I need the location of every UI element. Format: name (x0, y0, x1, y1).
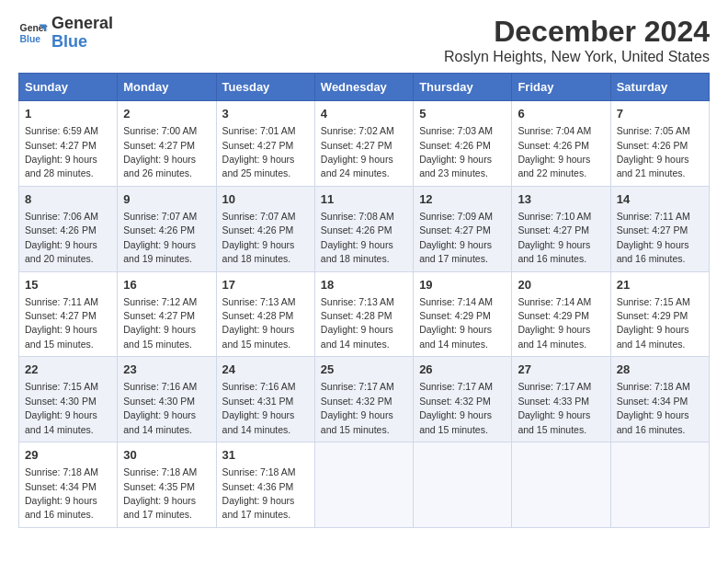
calendar-cell: 2Sunrise: 7:00 AMSunset: 4:27 PMDaylight… (118, 101, 216, 187)
day-info: Sunrise: 7:18 AMSunset: 4:36 PMDaylight:… (222, 466, 296, 520)
day-number: 30 (123, 447, 210, 464)
calendar-cell: 28Sunrise: 7:18 AMSunset: 4:34 PMDayligh… (610, 357, 709, 442)
day-info: Sunrise: 7:14 AMSunset: 4:29 PMDaylight:… (419, 296, 493, 350)
day-number: 3 (222, 106, 309, 122)
calendar-cell: 20Sunrise: 7:14 AMSunset: 4:29 PMDayligh… (512, 271, 610, 357)
day-info: Sunrise: 7:11 AMSunset: 4:27 PMDaylight:… (617, 211, 690, 264)
day-number: 22 (25, 362, 111, 378)
calendar-cell: 16Sunrise: 7:12 AMSunset: 4:27 PMDayligh… (118, 271, 216, 357)
day-number: 29 (25, 447, 111, 464)
day-info: Sunrise: 7:00 AMSunset: 4:27 PMDaylight:… (123, 125, 197, 178)
day-info: Sunrise: 7:12 AMSunset: 4:27 PMDaylight:… (123, 296, 197, 350)
day-info: Sunrise: 7:15 AMSunset: 4:29 PMDaylight:… (617, 296, 690, 350)
calendar-cell: 12Sunrise: 7:09 AMSunset: 4:27 PMDayligh… (414, 186, 512, 271)
day-number: 9 (123, 191, 210, 208)
week-row-3: 15Sunrise: 7:11 AMSunset: 4:27 PMDayligh… (19, 271, 710, 357)
calendar-header: SundayMondayTuesdayWednesdayThursdayFrid… (19, 74, 710, 101)
subtitle: Roslyn Heights, New York, United States (444, 49, 710, 65)
day-number: 27 (518, 362, 604, 378)
day-info: Sunrise: 7:02 AMSunset: 4:27 PMDaylight:… (321, 125, 394, 178)
day-number: 13 (518, 191, 604, 208)
calendar-cell: 15Sunrise: 7:11 AMSunset: 4:27 PMDayligh… (19, 271, 118, 357)
calendar-cell: 9Sunrise: 7:07 AMSunset: 4:26 PMDaylight… (118, 186, 216, 271)
calendar-cell: 5Sunrise: 7:03 AMSunset: 4:26 PMDaylight… (414, 101, 512, 187)
calendar-cell: 22Sunrise: 7:15 AMSunset: 4:30 PMDayligh… (19, 357, 118, 442)
day-number: 11 (321, 191, 407, 208)
day-number: 17 (222, 277, 309, 293)
day-info: Sunrise: 7:09 AMSunset: 4:27 PMDaylight:… (419, 211, 493, 264)
day-info: Sunrise: 7:18 AMSunset: 4:35 PMDaylight:… (123, 466, 197, 520)
calendar-cell: 19Sunrise: 7:14 AMSunset: 4:29 PMDayligh… (414, 271, 512, 357)
header-day-wednesday: Wednesday (314, 74, 413, 101)
calendar-cell: 24Sunrise: 7:16 AMSunset: 4:31 PMDayligh… (216, 357, 314, 442)
calendar-cell: 8Sunrise: 7:06 AMSunset: 4:26 PMDaylight… (19, 186, 118, 271)
day-info: Sunrise: 7:07 AMSunset: 4:26 PMDaylight:… (123, 211, 197, 264)
calendar-cell: 14Sunrise: 7:11 AMSunset: 4:27 PMDayligh… (610, 186, 709, 271)
calendar-cell: 17Sunrise: 7:13 AMSunset: 4:28 PMDayligh… (216, 271, 314, 357)
calendar-cell: 26Sunrise: 7:17 AMSunset: 4:32 PMDayligh… (414, 357, 512, 442)
day-number: 6 (518, 106, 604, 122)
day-number: 20 (518, 277, 604, 293)
day-info: Sunrise: 7:17 AMSunset: 4:32 PMDaylight:… (419, 381, 493, 434)
calendar-cell (414, 442, 512, 528)
day-number: 28 (617, 362, 703, 378)
calendar-cell: 11Sunrise: 7:08 AMSunset: 4:26 PMDayligh… (314, 186, 413, 271)
day-number: 4 (321, 106, 407, 122)
day-number: 7 (617, 106, 703, 122)
calendar-cell (512, 442, 610, 528)
calendar-cell: 10Sunrise: 7:07 AMSunset: 4:26 PMDayligh… (216, 186, 314, 271)
day-number: 14 (617, 191, 703, 208)
header-day-monday: Monday (118, 74, 216, 101)
header-day-friday: Friday (512, 74, 610, 101)
day-info: Sunrise: 7:03 AMSunset: 4:26 PMDaylight:… (419, 125, 493, 178)
calendar-cell (314, 442, 413, 528)
calendar-cell: 31Sunrise: 7:18 AMSunset: 4:36 PMDayligh… (216, 442, 314, 528)
header-day-tuesday: Tuesday (216, 74, 314, 101)
day-info: Sunrise: 6:59 AMSunset: 4:27 PMDaylight:… (25, 125, 98, 178)
day-info: Sunrise: 7:10 AMSunset: 4:27 PMDaylight:… (518, 211, 591, 264)
calendar-cell: 13Sunrise: 7:10 AMSunset: 4:27 PMDayligh… (512, 186, 610, 271)
day-number: 25 (321, 362, 407, 378)
day-number: 23 (123, 362, 210, 378)
calendar-body: 1Sunrise: 6:59 AMSunset: 4:27 PMDaylight… (19, 101, 710, 528)
calendar-cell: 4Sunrise: 7:02 AMSunset: 4:27 PMDaylight… (314, 101, 413, 187)
day-number: 15 (25, 277, 111, 293)
day-number: 1 (25, 106, 111, 122)
calendar-cell: 3Sunrise: 7:01 AMSunset: 4:27 PMDaylight… (216, 101, 314, 187)
header-day-saturday: Saturday (610, 74, 709, 101)
calendar-cell (610, 442, 709, 528)
week-row-4: 22Sunrise: 7:15 AMSunset: 4:30 PMDayligh… (19, 357, 710, 442)
day-info: Sunrise: 7:08 AMSunset: 4:26 PMDaylight:… (321, 211, 394, 264)
day-info: Sunrise: 7:05 AMSunset: 4:26 PMDaylight:… (617, 125, 690, 178)
day-info: Sunrise: 7:14 AMSunset: 4:29 PMDaylight:… (518, 296, 591, 350)
day-info: Sunrise: 7:18 AMSunset: 4:34 PMDaylight:… (617, 381, 690, 434)
day-info: Sunrise: 7:04 AMSunset: 4:26 PMDaylight:… (518, 125, 591, 178)
title-area: December 2024 Roslyn Heights, New York, … (444, 15, 710, 65)
header-row: SundayMondayTuesdayWednesdayThursdayFrid… (19, 74, 710, 101)
day-info: Sunrise: 7:06 AMSunset: 4:26 PMDaylight:… (25, 211, 98, 264)
day-number: 5 (419, 106, 506, 122)
day-info: Sunrise: 7:16 AMSunset: 4:30 PMDaylight:… (123, 381, 197, 434)
calendar-cell: 30Sunrise: 7:18 AMSunset: 4:35 PMDayligh… (118, 442, 216, 528)
day-info: Sunrise: 7:18 AMSunset: 4:34 PMDaylight:… (25, 466, 98, 520)
week-row-2: 8Sunrise: 7:06 AMSunset: 4:26 PMDaylight… (19, 186, 710, 271)
calendar-cell: 23Sunrise: 7:16 AMSunset: 4:30 PMDayligh… (118, 357, 216, 442)
day-number: 24 (222, 362, 309, 378)
header-day-sunday: Sunday (19, 74, 118, 101)
day-info: Sunrise: 7:16 AMSunset: 4:31 PMDaylight:… (222, 381, 296, 434)
week-row-1: 1Sunrise: 6:59 AMSunset: 4:27 PMDaylight… (19, 101, 710, 187)
day-number: 18 (321, 277, 407, 293)
day-info: Sunrise: 7:13 AMSunset: 4:28 PMDaylight:… (222, 296, 296, 350)
calendar-cell: 6Sunrise: 7:04 AMSunset: 4:26 PMDaylight… (512, 101, 610, 187)
calendar-table: SundayMondayTuesdayWednesdayThursdayFrid… (18, 73, 710, 528)
day-info: Sunrise: 7:07 AMSunset: 4:26 PMDaylight:… (222, 211, 296, 264)
day-info: Sunrise: 7:13 AMSunset: 4:28 PMDaylight:… (321, 296, 394, 350)
calendar-cell: 18Sunrise: 7:13 AMSunset: 4:28 PMDayligh… (314, 271, 413, 357)
day-number: 8 (25, 191, 111, 208)
calendar-cell: 7Sunrise: 7:05 AMSunset: 4:26 PMDaylight… (610, 101, 709, 187)
day-number: 19 (419, 277, 506, 293)
header: General Blue General Blue December 2024 … (18, 15, 710, 65)
day-number: 10 (222, 191, 309, 208)
calendar-cell: 21Sunrise: 7:15 AMSunset: 4:29 PMDayligh… (610, 271, 709, 357)
logo-icon: General Blue (18, 18, 48, 48)
